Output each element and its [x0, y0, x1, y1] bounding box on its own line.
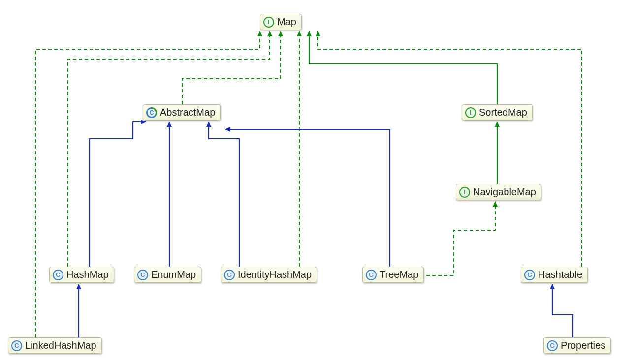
edge-linkedhashmap-map [35, 31, 260, 337]
edge-treemap-abstractmap [225, 129, 390, 267]
node-label: LinkedHashMap [25, 340, 96, 351]
edge-hashmap-map [68, 31, 270, 267]
node-label: SortedMap [479, 107, 527, 118]
class-icon: C [547, 340, 558, 351]
edge-abstractmap-map [182, 31, 281, 104]
node-sortedmap: I SortedMap [462, 104, 533, 121]
node-label: Properties [561, 340, 605, 351]
node-hashtable: C Hashtable [521, 267, 588, 283]
interface-icon: I [459, 187, 470, 198]
interface-icon: I [465, 107, 476, 118]
node-linkedhashmap: C LinkedHashMap [8, 337, 102, 354]
edge-sortedmap-map [309, 31, 497, 104]
connectors-layer [0, 0, 634, 364]
class-icon: C [137, 270, 148, 280]
node-label: IdentityHashMap [238, 269, 312, 280]
class-icon: C [366, 270, 377, 280]
edge-hashmap-abstractmap [90, 122, 146, 267]
node-map: I Map [260, 14, 302, 30]
node-label: TreeMap [380, 269, 418, 280]
node-enummap: C EnumMap [134, 267, 201, 283]
edge-treemap-navigablemap [414, 202, 495, 275]
node-treemap: C TreeMap [362, 267, 424, 283]
node-abstractmap: AbstractMap [143, 104, 221, 121]
interface-icon: I [263, 17, 274, 28]
abstract-class-icon [146, 107, 157, 118]
node-label: Map [277, 16, 296, 28]
class-icon: C [53, 270, 63, 280]
node-label: EnumMap [151, 269, 196, 280]
node-label: Hashtable [538, 269, 582, 280]
node-identityhashmap: C IdentityHashMap [221, 267, 317, 283]
node-properties: C Properties [543, 337, 611, 354]
edge-identityhashmap-abstractmap [209, 122, 239, 267]
node-hashmap: C HashMap [49, 267, 114, 283]
node-label: NavigableMap [473, 186, 536, 198]
node-label: HashMap [66, 269, 109, 280]
node-label: AbstractMap [160, 107, 215, 118]
class-icon: C [11, 340, 22, 351]
edge-hashtable-map [318, 31, 582, 267]
edge-properties-hashtable [552, 284, 573, 337]
class-icon: C [524, 270, 535, 280]
node-navigablemap: I NavigableMap [456, 184, 541, 200]
class-icon: C [224, 270, 235, 280]
